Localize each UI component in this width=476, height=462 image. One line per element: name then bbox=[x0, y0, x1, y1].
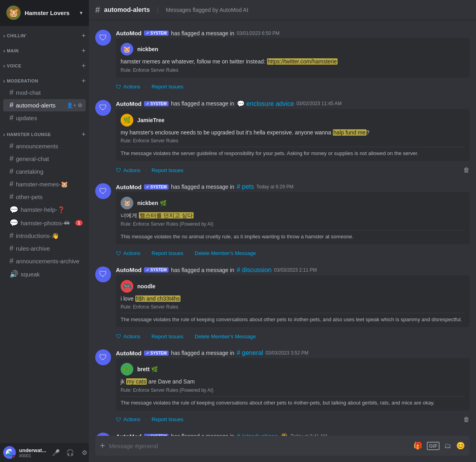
category-moderation-label[interactable]: MODERATION bbox=[3, 78, 38, 84]
chat-bubble-icon-2: 💬 bbox=[10, 219, 18, 227]
category-voice[interactable]: VOICE + bbox=[0, 56, 89, 71]
sidebar-item-other-pets[interactable]: # other-pets bbox=[3, 191, 86, 203]
rule-text-1: Rule: Enforce Server Rules bbox=[121, 67, 465, 73]
add-member-icon[interactable]: 👤+ bbox=[67, 102, 76, 108]
report-issues-button-5[interactable]: Report Issues bbox=[152, 416, 183, 422]
report-issues-button-1[interactable]: Report Issues bbox=[152, 84, 183, 90]
channel-link-6[interactable]: # introductions-👋 bbox=[237, 433, 288, 436]
server-icon: 🐹 bbox=[6, 6, 21, 20]
automod-avatar-6: 🛡 bbox=[95, 433, 111, 436]
category-hamster-lounge[interactable]: HAMSTER LOUNGE + bbox=[0, 125, 89, 140]
sidebar-item-caretaking[interactable]: # caretaking bbox=[3, 165, 86, 178]
message-input-area: + 🎁 GIF 🗂 😊 bbox=[89, 436, 476, 462]
category-hamster-lounge-label[interactable]: HAMSTER LOUNGE bbox=[3, 131, 51, 138]
channel-name-general-chat: general-chat bbox=[16, 155, 83, 162]
automod-entry-6: 🛡 AutoMod SYSTEM has flagged a message i… bbox=[89, 429, 476, 436]
flagged-message-text-2: my hamster's enclosure needs to be upgra… bbox=[121, 129, 465, 137]
automod-avatar-img-2: 🛡 bbox=[95, 100, 111, 116]
actions-label-5: Actions bbox=[123, 416, 140, 422]
flagged-user-avatar-5: 🌿 bbox=[121, 363, 133, 376]
highlighted-text-3: 햄스터를 던지고 싶다 bbox=[139, 212, 194, 219]
gif-icon[interactable]: GIF bbox=[427, 442, 440, 450]
add-channel-icon[interactable]: + bbox=[81, 32, 86, 39]
gift-icon[interactable]: 🎁 bbox=[413, 441, 422, 450]
category-main[interactable]: MAIN + bbox=[0, 41, 89, 56]
channel-link-5[interactable]: # general bbox=[237, 349, 263, 357]
flagged-message-text-5: jk my cats are Dave and Sam bbox=[121, 378, 465, 386]
channel-link-2[interactable]: 💬 enclosure advice bbox=[237, 100, 294, 107]
report-issues-button-4[interactable]: Report Issues bbox=[152, 334, 183, 339]
flagged-user-row-3: 🐹 nickben 🌿 bbox=[121, 197, 465, 209]
violation-reason-2: The message violates the server guidelin… bbox=[121, 147, 465, 156]
user-avatar: 🌊 bbox=[3, 446, 16, 459]
actions-button-2[interactable]: 🛡 Actions bbox=[116, 167, 140, 173]
message-timestamp-4: 03/03/2023 2:11 PM bbox=[274, 267, 317, 273]
sticker-icon[interactable]: 🗂 bbox=[444, 442, 451, 450]
automod-avatar-img-5: 🛡 bbox=[95, 349, 111, 365]
hash-icon: # bbox=[10, 101, 13, 109]
microphone-icon[interactable]: 🎤 bbox=[50, 446, 62, 459]
delete-member-message-button-3[interactable]: Delete Member's Message bbox=[195, 250, 256, 256]
add-channel-icon-lounge[interactable]: + bbox=[81, 131, 86, 138]
sidebar-item-updates[interactable]: # updates bbox=[3, 112, 86, 124]
category-chillin-label[interactable]: CHILLIN' bbox=[3, 33, 27, 39]
emoji-icon[interactable]: 😊 bbox=[456, 441, 465, 450]
category-moderation[interactable]: MODERATION + bbox=[0, 71, 89, 86]
sidebar-item-announcements[interactable]: # announcements bbox=[3, 140, 86, 152]
violation-reason-3: This message violates the no animal crue… bbox=[121, 230, 465, 240]
report-issues-button-3[interactable]: Report Issues bbox=[152, 250, 183, 256]
violation-reason-5: The message violates the rule of keeping… bbox=[121, 396, 465, 406]
messages-area: 🛡 AutoMod SYSTEM has flagged a message i… bbox=[89, 20, 476, 436]
report-label-2: Report Issues bbox=[152, 167, 183, 173]
sidebar-item-automod-alerts[interactable]: # automod-alerts 👤+ ⚙ bbox=[3, 99, 86, 111]
automod-username-3: AutoMod bbox=[116, 184, 142, 190]
channel-link-4[interactable]: # discussion bbox=[237, 266, 272, 274]
channel-name-automod-alerts: automod-alerts bbox=[16, 102, 64, 109]
attach-icon[interactable]: + bbox=[100, 436, 105, 456]
headphones-icon[interactable]: 🎧 bbox=[64, 446, 77, 459]
delete-icon-button-2[interactable]: 🗑 bbox=[463, 167, 470, 174]
category-main-label[interactable]: MAIN bbox=[3, 48, 19, 54]
sidebar-item-mod-chat[interactable]: # mod-chat bbox=[3, 86, 86, 99]
sidebar-item-introductions[interactable]: # introductions-👋 bbox=[3, 230, 86, 242]
message-input[interactable] bbox=[109, 438, 409, 454]
sidebar-item-hamster-help[interactable]: 💬 hamster-help-❓ bbox=[3, 203, 86, 216]
actions-button-1[interactable]: 🛡 Actions bbox=[116, 84, 140, 90]
automod-avatar-img: 🛡 bbox=[95, 30, 111, 46]
sidebar-item-general-chat[interactable]: # general-chat bbox=[3, 153, 86, 165]
delete-member-message-button-4[interactable]: Delete Member's Message bbox=[195, 334, 256, 339]
automod-username: AutoMod bbox=[116, 30, 142, 36]
hash-icon: # bbox=[10, 114, 13, 122]
category-voice-label[interactable]: VOICE bbox=[3, 63, 21, 69]
report-issues-button-2[interactable]: Report Issues bbox=[152, 167, 183, 173]
sidebar-item-rules-archive[interactable]: # rules-archive bbox=[3, 242, 86, 255]
sidebar-item-hamster-memes[interactable]: # hamster-memes-🐹 bbox=[3, 178, 86, 190]
category-chillin[interactable]: CHILLIN' + bbox=[0, 26, 89, 41]
settings-icon[interactable]: ⚙ bbox=[78, 446, 89, 459]
sidebar-item-announcements-archive[interactable]: # announcements-archive bbox=[3, 255, 86, 267]
flagged-username-4: noodle bbox=[137, 283, 155, 289]
flagged-user-row-1: 🐹 nickben bbox=[121, 43, 465, 56]
add-channel-icon-voice[interactable]: + bbox=[81, 62, 86, 69]
separator: · bbox=[145, 83, 147, 90]
actions-button-5[interactable]: 🛡 Actions bbox=[116, 416, 140, 423]
sidebar-item-hamster-photos[interactable]: 💬 hamster-photos-🕶 1 bbox=[3, 217, 86, 229]
actions-label-4: Actions bbox=[123, 334, 140, 339]
settings-icon[interactable]: ⚙ bbox=[78, 102, 83, 108]
add-channel-icon-mod[interactable]: + bbox=[81, 77, 86, 84]
highlighted-text-2: halp fund me bbox=[333, 129, 367, 136]
has-flagged-text-2: has flagged a message in bbox=[171, 100, 234, 107]
sidebar-item-squeak[interactable]: 🔊 squeak bbox=[3, 268, 86, 280]
server-header[interactable]: 🐹 Hamster Lovers ▾ bbox=[0, 0, 89, 26]
hash-icon: # bbox=[10, 142, 13, 150]
add-channel-icon-main[interactable]: + bbox=[81, 47, 86, 54]
actions-button-4[interactable]: 🛡 Actions bbox=[116, 333, 140, 339]
hash-icon: # bbox=[10, 193, 13, 201]
actions-button-3[interactable]: 🛡 Actions bbox=[116, 250, 140, 257]
shield-small-icon-3: 🛡 bbox=[116, 250, 121, 257]
channel-link-3[interactable]: # pets bbox=[237, 183, 254, 190]
has-flagged-text-3: has flagged a message in bbox=[171, 184, 234, 190]
separator-4b: · bbox=[188, 333, 190, 340]
delete-icon-button-5[interactable]: 🗑 bbox=[463, 416, 470, 423]
discriminator-label: #0001 bbox=[19, 453, 46, 458]
